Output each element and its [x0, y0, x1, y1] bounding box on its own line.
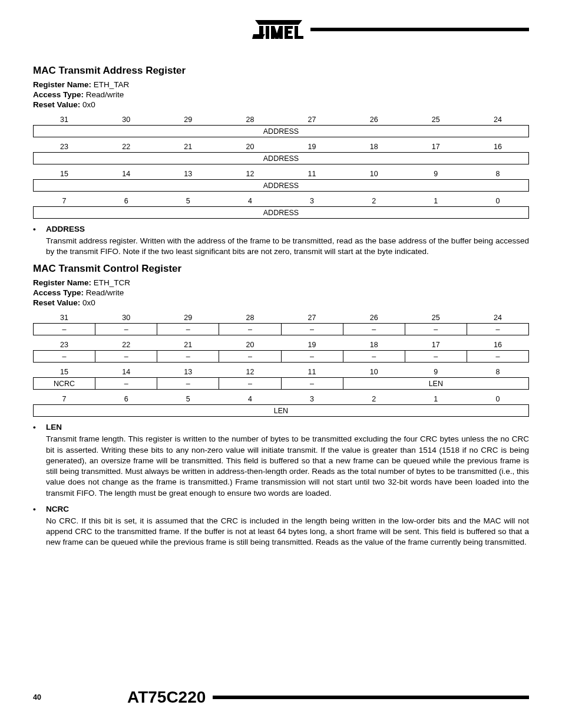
svg-rect-2: [259, 26, 263, 39]
bit-number: 25: [405, 312, 467, 324]
bit-field: –: [281, 378, 343, 390]
bit-number: 9: [405, 366, 467, 378]
bit-number: 29: [157, 114, 219, 126]
bit-number: 9: [405, 168, 467, 180]
bit-number: 5: [157, 393, 219, 405]
bit-number: 16: [467, 339, 528, 351]
bit-number: 10: [343, 168, 405, 180]
bit-field: –: [95, 324, 157, 335]
reg1-bit-table: 3130292827262524ADDRESS 2322212019181716…: [33, 114, 529, 219]
bit-number: 3: [281, 393, 343, 405]
bit-field: –: [343, 324, 405, 335]
bit-field: –: [157, 351, 219, 363]
bit-number: 0: [467, 393, 528, 405]
bit-number: 22: [95, 339, 157, 351]
bullet-item: •NCRCNo CRC. If this bit is set, it is a…: [33, 505, 529, 548]
bit-number: 20: [219, 339, 281, 351]
reg1-name: Register Name: ETH_TAR: [33, 80, 529, 89]
bit-number: 4: [219, 195, 281, 207]
atmel-logo: [252, 18, 306, 41]
bullet-item: •LENTransmit frame length. This register…: [33, 423, 529, 498]
bit-number: 22: [95, 141, 157, 153]
bit-field: –: [467, 351, 528, 363]
bullet-description: Transmit address register. Written with …: [46, 236, 529, 257]
bit-number: 6: [95, 195, 157, 207]
reg2-access: Access Type: Read/write: [33, 288, 529, 297]
bit-number: 6: [95, 393, 157, 405]
bit-number: 23: [34, 141, 95, 153]
bullet-dot: •: [33, 505, 46, 513]
page: MAC Transmit Address Register Register N…: [0, 0, 562, 728]
bit-field: –: [34, 324, 95, 335]
header-bar: [33, 18, 529, 41]
bit-number: 4: [219, 393, 281, 405]
bullet-label: LEN: [46, 423, 62, 431]
svg-rect-11: [285, 36, 293, 39]
bit-number: 26: [343, 114, 405, 126]
bit-number: 28: [219, 312, 281, 324]
bit-number: 23: [34, 339, 95, 351]
bit-number: 24: [467, 312, 528, 324]
bit-field: –: [95, 378, 157, 390]
bit-field: –: [157, 324, 219, 335]
bit-number: 30: [95, 114, 157, 126]
bit-number: 8: [467, 168, 528, 180]
reg1-access: Access Type: Read/write: [33, 90, 529, 99]
bit-field: ADDRESS: [34, 180, 529, 192]
bullet-label: ADDRESS: [46, 225, 85, 233]
bit-number: 5: [157, 195, 219, 207]
svg-marker-0: [255, 20, 302, 25]
bit-number: 0: [467, 195, 528, 207]
bit-number: 12: [219, 168, 281, 180]
bit-number: 18: [343, 339, 405, 351]
bit-field: –: [343, 351, 405, 363]
bit-field: ADDRESS: [34, 207, 529, 219]
bit-field: LEN: [34, 405, 529, 417]
reg2-name: Register Name: ETH_TCR: [33, 278, 529, 287]
bit-number: 20: [219, 141, 281, 153]
bit-number: 2: [343, 393, 405, 405]
bit-field: –: [405, 351, 467, 363]
header-rule: [310, 28, 529, 31]
bit-field: –: [219, 351, 281, 363]
bit-number: 31: [34, 312, 95, 324]
bit-number: 26: [343, 312, 405, 324]
svg-rect-7: [279, 26, 283, 39]
footer-rule: [213, 696, 529, 699]
svg-rect-9: [285, 26, 293, 29]
bit-number: 7: [34, 393, 95, 405]
bit-number: 10: [343, 366, 405, 378]
bit-number: 13: [157, 366, 219, 378]
bit-number: 29: [157, 312, 219, 324]
bit-field: LEN: [343, 378, 528, 390]
bullet-label: NCRC: [46, 505, 69, 513]
bullet-dot: •: [33, 225, 46, 233]
bit-number: 11: [281, 366, 343, 378]
bit-number: 18: [343, 141, 405, 153]
bit-number: 1: [405, 393, 467, 405]
bit-field: ADDRESS: [34, 126, 529, 137]
bit-number: 28: [219, 114, 281, 126]
bit-field: –: [219, 378, 281, 390]
bit-field: –: [34, 351, 95, 363]
bit-field: NCRC: [34, 378, 95, 390]
bit-number: 1: [405, 195, 467, 207]
bit-number: 11: [281, 168, 343, 180]
reg1-title: MAC Transmit Address Register: [33, 65, 529, 77]
bit-number: 12: [219, 366, 281, 378]
bit-field: –: [467, 324, 528, 335]
bit-number: 14: [95, 168, 157, 180]
bit-number: 15: [34, 168, 95, 180]
bullet-description: Transmit frame length. This register is …: [46, 434, 529, 498]
bit-field: –: [405, 324, 467, 335]
bit-number: 3: [281, 195, 343, 207]
bit-number: 21: [157, 141, 219, 153]
bit-number: 17: [405, 141, 467, 153]
bit-field: –: [281, 324, 343, 335]
bit-number: 19: [281, 141, 343, 153]
bullet-description: No CRC. If this bit is set, it is assume…: [46, 516, 529, 548]
reg1-reset: Reset Value: 0x0: [33, 100, 529, 109]
svg-rect-13: [295, 36, 303, 39]
svg-rect-3: [266, 26, 269, 39]
page-footer: 40 AT75C220: [33, 688, 529, 707]
